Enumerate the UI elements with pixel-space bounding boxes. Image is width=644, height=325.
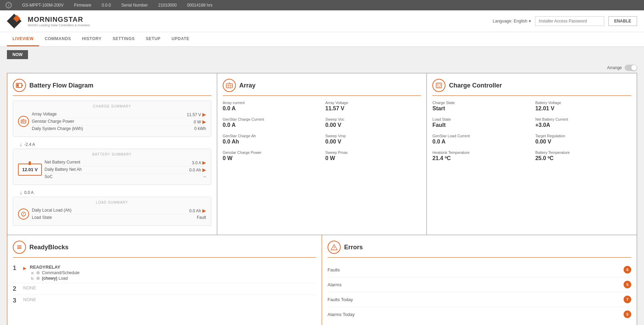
arrow-down-1: ↓ <box>20 142 22 147</box>
sweep-vmp-value: 0.00 V <box>325 139 421 145</box>
charge-summary-box: CHARGE SUMMARY Array Voltage <box>13 101 211 137</box>
language-label: Language: <box>493 19 513 24</box>
metric-sweep-voc: Sweep Voc 0.00 V <box>325 117 421 128</box>
battery-summary-title: BATTERY SUMMARY <box>18 152 206 156</box>
charge-controller-icon <box>432 79 445 92</box>
flow-current-1: -2.4 A <box>24 142 35 147</box>
bat-row-0: Net Battery Current 3.0 A ▶ <box>45 159 206 166</box>
bat-row-2-value: -- <box>203 174 206 179</box>
heatsink-temp-value: 21.4 ºC <box>432 155 528 161</box>
bat-row-0-label: Net Battery Current <box>45 160 80 165</box>
panel-charge-controller: Charge Controller Charge State Start Bat… <box>427 73 637 235</box>
charge-row-1-value: 0 W ▶ <box>194 119 206 124</box>
load-row-1-value: Fault <box>197 215 206 220</box>
metric-charge-state: Charge State Start <box>432 101 528 112</box>
rb-channel-1a: a: Command/Schedule <box>31 270 80 275</box>
device-model: GS-MPPT-100M-200V <box>22 3 64 8</box>
now-button[interactable]: NOW <box>7 50 28 59</box>
ready-blocks-title: ReadyBlocks <box>29 244 68 251</box>
errors-header: Errors <box>328 241 631 258</box>
rb-arrow-1: ▶ <box>23 266 26 271</box>
battery-summary-box: BATTERY SUMMARY 12.01 V Net Battery Curr… <box>13 149 211 185</box>
logo-name: MORNINGSTAR <box>28 16 90 24</box>
rb-num-3: 3 <box>13 297 20 304</box>
error-alarms-today: Alarms Today 5 <box>328 307 631 322</box>
load-state-label: Load State <box>432 117 528 121</box>
nav: LIVEVIEW COMMANDS HISTORY SETTINGS SETUP… <box>0 32 644 47</box>
svg-rect-20 <box>437 84 441 86</box>
sweep-vmp-label: Sweep Vmp <box>325 134 421 138</box>
enable-button[interactable]: ENABLE <box>608 16 637 26</box>
error-faults-badge: 6 <box>624 266 631 273</box>
charge-row-0: Array Voltage 11.57 V ▶ <box>32 111 206 118</box>
nav-setup[interactable]: SETUP <box>140 32 166 46</box>
nav-commands[interactable]: COMMANDS <box>39 32 76 46</box>
channel-id-1a: a: <box>31 271 34 275</box>
bat-row-1-label: Daily Battery Net Ah <box>45 167 82 173</box>
ready-blocks-icon <box>13 241 26 254</box>
rb-name-1: READYRELAY <box>30 264 80 270</box>
nav-history[interactable]: HISTORY <box>76 32 107 46</box>
battery-summary-data: Net Battery Current 3.0 A ▶ Daily Batter… <box>45 159 206 180</box>
arrange-toggle[interactable] <box>625 65 637 71</box>
battery-flow-icon <box>13 79 26 92</box>
error-alarms-today-badge: 5 <box>624 310 631 318</box>
error-alarms: Alarms 5 <box>328 277 631 292</box>
rb-item-1: 1 ▶ READYRELAY a: Command/Schedule b: <box>13 262 316 283</box>
sweep-pmax-value: 0 W <box>325 155 421 161</box>
rb-item-3: 3 NONE <box>13 295 316 306</box>
error-faults-today: Faults Today 7 <box>328 292 631 307</box>
charge-summary-data: Array Voltage 11.57 V ▶ Genstar Charge P… <box>32 111 206 132</box>
genstar-charge-current-value: 0.0 A <box>223 122 319 128</box>
nav-update[interactable]: UPDATE <box>166 32 195 46</box>
sweep-voc-value: 0.00 V <box>325 122 421 128</box>
svg-point-10 <box>23 214 24 214</box>
header-right: Language: English ▾ ENABLE <box>493 16 637 26</box>
serial-number: 21010000 <box>158 3 176 8</box>
nav-liveview[interactable]: LIVEVIEW <box>7 32 39 46</box>
rb-channel-1b: b: (chewy) Load <box>31 276 80 281</box>
error-alarms-label: Alarms <box>328 282 341 287</box>
installer-password-input[interactable] <box>535 16 604 26</box>
charge-controller-header: Charge Controller <box>432 79 631 96</box>
battery-flow-header: Battery Flow Diagram <box>13 79 211 96</box>
svg-point-22 <box>440 87 440 87</box>
panel-ready-blocks: ReadyBlocks 1 ▶ READYRELAY a: Command/Sc… <box>7 235 322 325</box>
bat-row-1-value: 0.0 Ah ▶ <box>189 167 206 173</box>
charge-state-label: Charge State <box>432 101 528 105</box>
panel-battery-flow: Battery Flow Diagram CHARGE SUMMARY <box>7 73 217 235</box>
charge-row-1: Genstar Charge Power 0 W ▶ <box>32 118 206 126</box>
genstar-charge-power-label: Genstar Charge Power <box>223 150 319 155</box>
error-alarms-badge: 5 <box>624 281 631 288</box>
ready-blocks-header: ReadyBlocks <box>13 241 316 258</box>
load-row-0-value: 0.0 Ah ▶ <box>189 208 206 213</box>
nav-settings[interactable]: SETTINGS <box>107 32 140 46</box>
rb-name-3: NONE <box>23 297 36 302</box>
genstar-charge-current-label: GenStar Charge Current <box>223 117 319 121</box>
load-state-value: Fault <box>432 122 528 128</box>
load-summary-title: LOAD SUMMARY <box>18 201 206 204</box>
svg-rect-19 <box>436 83 442 88</box>
svg-line-13 <box>24 215 25 216</box>
charge-summary-title: CHARGE SUMMARY <box>18 104 206 108</box>
bat-row-2-label: SoC <box>45 174 53 179</box>
load-row-1: Load State Fault <box>32 214 206 221</box>
array-metrics: Array current 0.0 A Array Voltage 11.57 … <box>223 101 421 161</box>
metric-genstar-load-current: GenStar Load Current 0.0 A <box>432 134 528 145</box>
charge-controller-metrics: Charge State Start Battery Voltage 12.01… <box>432 101 631 161</box>
array-voltage-value: 11.57 V <box>325 105 421 112</box>
metric-sweep-vmp: Sweep Vmp 0.00 V <box>325 134 421 145</box>
chevron-down-icon: ▾ <box>529 19 531 24</box>
battery-voltage-label: Battery Voltage <box>535 101 631 105</box>
charge-state-value: Start <box>432 105 528 112</box>
genstar-load-current-label: GenStar Load Current <box>432 134 528 138</box>
arrange-label: Arrange <box>607 65 622 70</box>
arrow-down-2: ↓ <box>20 190 22 195</box>
rb-channels-1: a: Command/Schedule b: (chewy) Load <box>31 270 80 281</box>
sweep-voc-label: Sweep Voc <box>325 117 421 121</box>
metric-genstar-charge-power: Genstar Charge Power 0 W <box>223 150 319 161</box>
channel-text-1b: (chewy) Load <box>42 276 68 281</box>
logo-sub: World's Leading Solar Controllers & Inve… <box>28 24 90 27</box>
language-selector[interactable]: Language: English ▾ <box>493 19 531 24</box>
now-bar: NOW <box>0 47 644 63</box>
